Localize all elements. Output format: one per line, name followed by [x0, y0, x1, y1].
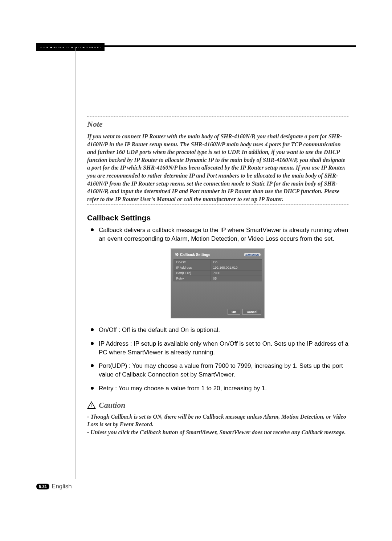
cell-value: 05: [211, 276, 262, 281]
bullet-text: On/Off : Off is the default and On is op…: [99, 326, 220, 334]
callback-intro-text: Callback delivers a callback message to …: [99, 226, 348, 243]
dotted-rule: [87, 204, 348, 205]
callback-intro-row: Callback delivers a callback message to …: [91, 226, 348, 243]
bullet-text: IP Address : IP setup is available only …: [99, 339, 348, 357]
bullet-text: Port(UDP) : You may choose a value from …: [99, 362, 348, 379]
caution-line-2: - Unless you click the Callback button o…: [87, 428, 348, 436]
dotted-rule: [87, 398, 348, 398]
bullet-icon: [91, 328, 94, 331]
header-rule: [36, 45, 356, 47]
caution-line-1: - Though Callback is set to ON, there wi…: [87, 413, 348, 428]
header-manual-title: SHR-4160N/P USER'S MANUAL: [36, 43, 105, 51]
cell-value: 192.168.001.010: [211, 265, 262, 270]
bullet-text: Retry : You may choose a value from 1 to…: [99, 384, 267, 393]
table-row: On/Off On: [174, 259, 262, 265]
footer-language: English: [52, 483, 72, 490]
page-number-badge: 5-31: [36, 484, 49, 489]
bullet-row: Port(UDP) : You may choose a value from …: [91, 362, 348, 379]
bullet-icon: [91, 387, 94, 390]
tools-icon: ⚒: [175, 252, 179, 257]
cell-label: Port(UDP): [174, 270, 211, 276]
table-row: Retry 05: [174, 276, 262, 281]
table-row: IP Address 192.168.001.010: [174, 265, 262, 270]
ok-button[interactable]: OK: [228, 309, 241, 315]
bullet-row: On/Off : Off is the default and On is op…: [91, 326, 348, 334]
cell-label: IP Address: [174, 265, 211, 270]
note-body: If you want to connect IP Router with th…: [87, 133, 348, 203]
dialog-titlebar: ⚒ Callback Settings SAMSUNG: [173, 251, 262, 259]
dotted-rule: [87, 116, 348, 117]
cell-value: 7900: [211, 270, 262, 276]
dotted-rule: [87, 438, 348, 438]
dialog-button-row: OK Cancel: [173, 307, 262, 316]
warning-icon: !: [87, 401, 96, 409]
bullet-icon: [91, 228, 94, 231]
caution-heading: Caution: [99, 400, 125, 410]
bullet-row: Retry : You may choose a value from 1 to…: [91, 384, 348, 393]
dialog-spacer: [173, 281, 262, 307]
callback-settings-heading: Callback Settings: [87, 213, 348, 222]
callback-settings-dialog: ⚒ Callback Settings SAMSUNG On/Off On IP…: [171, 248, 265, 318]
bullet-icon: [91, 342, 94, 345]
cell-label: Retry: [174, 276, 211, 281]
cell-label: On/Off: [174, 259, 211, 265]
samsung-logo: SAMSUNG: [244, 253, 261, 256]
dialog-title: ⚒ Callback Settings: [175, 252, 210, 257]
vertical-divider: [75, 47, 75, 479]
dialog-table: On/Off On IP Address 192.168.001.010 Por…: [173, 259, 262, 281]
page-footer: 5-31 English: [36, 483, 72, 490]
note-heading: Note: [87, 119, 348, 129]
bullet-icon: [91, 364, 94, 367]
dialog-title-text: Callback Settings: [180, 253, 210, 257]
table-row: Port(UDP) 7900: [174, 270, 262, 276]
cancel-button[interactable]: Cancel: [242, 309, 261, 315]
caution-heading-row: ! Caution: [87, 400, 348, 410]
bullet-row: IP Address : IP setup is available only …: [91, 339, 348, 357]
cell-value: On: [211, 259, 262, 265]
